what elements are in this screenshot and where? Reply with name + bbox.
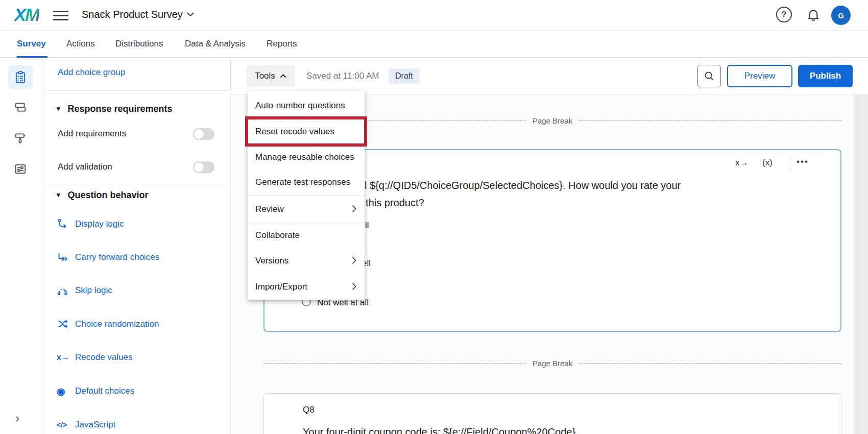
page-break-label: Page Break [526,359,578,368]
menu-item-generate-test-responses[interactable]: Generate test responses [248,170,365,195]
qualtrics-survey-editor: XM Snack Product Survey ? G Survey Actio… [0,0,868,434]
section-title: Question behavior [68,190,149,200]
tab-reports[interactable]: Reports [267,31,297,57]
menu-item-label: Review [255,204,284,214]
sidebar-item-carry-forward-choices[interactable]: Carry forward choices [57,251,159,263]
sidebar-item-label: Display logic [75,219,124,229]
menu-item-review[interactable]: Review [248,197,365,222]
tab-distributions[interactable]: Distributions [115,31,163,57]
rail-item-survey-builder[interactable] [8,65,33,89]
sidebar-item-skip-logic[interactable]: Skip logic [57,284,112,297]
menu-item-reset-recode-values[interactable]: Reset recode values [248,119,365,144]
add-requirements-label: Add requirements [58,129,126,139]
expand-rail-chevron-icon[interactable]: › [15,411,19,425]
add-choice-group-link[interactable]: Add choice group [58,67,125,78]
caret-down-icon: ▾ [57,191,60,199]
menu-item-collaborate[interactable]: Collaborate [248,223,365,248]
code-icon: </> [57,421,70,429]
help-icon[interactable]: ? [776,7,792,22]
toggle-knob [194,129,204,139]
sidebar-item-label: Recode values [75,352,132,363]
chevron-right-icon [352,205,356,213]
look-and-feel-icon[interactable] [14,132,27,145]
menu-item-versions[interactable]: Versions [248,248,365,274]
page-break-divider: Page Break [263,359,841,368]
editor-icon-rail: › [0,58,44,434]
chevron-down-icon[interactable] [186,12,195,17]
tab-survey[interactable]: Survey [17,31,46,57]
toggle-knob [194,162,204,173]
variable-indicator-icon[interactable]: (x) [762,158,773,168]
preview-button[interactable]: Preview [727,65,792,87]
sidebar-item-default-choices[interactable]: ◉ Default choices [57,385,134,397]
divider [789,156,789,170]
caret-up-icon [280,74,286,78]
menu-item-auto-number-questions[interactable]: Auto-number questions [248,93,365,118]
divider [44,184,231,184]
sidebar-item-label: Carry forward choices [75,252,159,262]
search-icon [704,70,715,82]
notifications-bell-icon[interactable] [805,7,822,23]
status-badge: Draft [389,68,420,84]
menu-divider [248,196,365,196]
add-validation-toggle[interactable] [193,161,214,173]
top-bar: XM Snack Product Survey ? G [0,0,868,31]
dashed-line [578,120,841,121]
question-text-line2: f this product? [360,197,424,209]
survey-builder-icon [14,70,27,84]
menu-item-label: Import/Export [255,282,307,292]
tab-actions[interactable]: Actions [66,31,95,57]
dashed-line [263,363,526,364]
skip-logic-icon [57,285,70,296]
tools-button-label: Tools [255,71,275,81]
sidebar-item-display-logic[interactable]: Display logic [57,218,124,230]
tools-dropdown-menu: Auto-number questions Reset recode value… [248,91,365,300]
question-card-q8[interactable]: Q8 Your four-digit coupon code is: ${e:/… [263,393,841,434]
choice-label-fragment: ll [365,221,369,231]
save-status-text: Saved at 11:00 AM [306,71,379,81]
recode-values-indicator-icon[interactable]: x→ [735,158,749,168]
survey-toolbar: Tools Saved at 11:00 AM Draft Preview Pu… [231,58,868,94]
sidebar-item-choice-randomization[interactable]: Choice randomization [57,318,159,330]
section-response-requirements[interactable]: ▾ Response requirements [57,104,173,114]
sidebar-item-label: Skip logic [75,285,112,296]
xm-logo[interactable]: XM [14,5,39,25]
survey-options-icon[interactable] [14,162,27,176]
section-title: Response requirements [68,104,173,114]
more-options-icon[interactable]: ••• [797,157,809,167]
question-text-line1: l ${q://QID5/ChoiceGroup/SelectedChoices… [365,180,681,191]
project-nav-tabs: Survey Actions Distributions Data & Anal… [0,31,868,58]
active-tab-underline [17,56,47,58]
chevron-right-icon [352,282,356,291]
sidebar-item-label: Default choices [75,386,134,396]
divider [44,90,231,91]
sidebar-item-label: Choice randomization [75,319,159,329]
chevron-right-icon [352,256,356,264]
add-requirements-toggle[interactable] [193,128,214,140]
sidebar-item-label: JavaScript [75,420,115,430]
default-choices-icon: ◉ [57,385,70,397]
sidebar-item-javascript[interactable]: </> JavaScript [57,419,115,431]
vertical-scrollbar[interactable] [854,94,868,434]
search-button[interactable] [697,65,721,87]
tools-menu-button[interactable]: Tools [247,65,295,87]
dashed-line [578,363,841,364]
recode-values-icon: x→ [57,353,70,362]
caret-down-icon: ▾ [57,105,60,112]
publish-button[interactable]: Publish [798,65,853,87]
blocks-icon[interactable] [14,101,27,114]
carry-forward-icon [57,252,70,263]
user-avatar[interactable]: G [831,6,851,25]
question-number: Q8 [303,405,315,415]
menu-item-import-export[interactable]: Import/Export [248,274,365,300]
add-validation-label: Add validation [58,162,112,172]
sidebar-item-recode-values[interactable]: x→ Recode values [57,351,132,364]
section-question-behavior[interactable]: ▾ Question behavior [57,190,149,201]
question-editing-pane: Add choice group ▾ Response requirements… [44,58,231,434]
shuffle-icon [57,319,70,330]
hamburger-menu-icon[interactable] [53,11,68,20]
tab-data-analysis[interactable]: Data & Analysis [185,31,246,57]
project-title[interactable]: Snack Product Survey [82,9,183,20]
menu-item-manage-reusable-choices[interactable]: Manage reusable choices [248,144,365,170]
page-break-label: Page Break [526,116,578,125]
